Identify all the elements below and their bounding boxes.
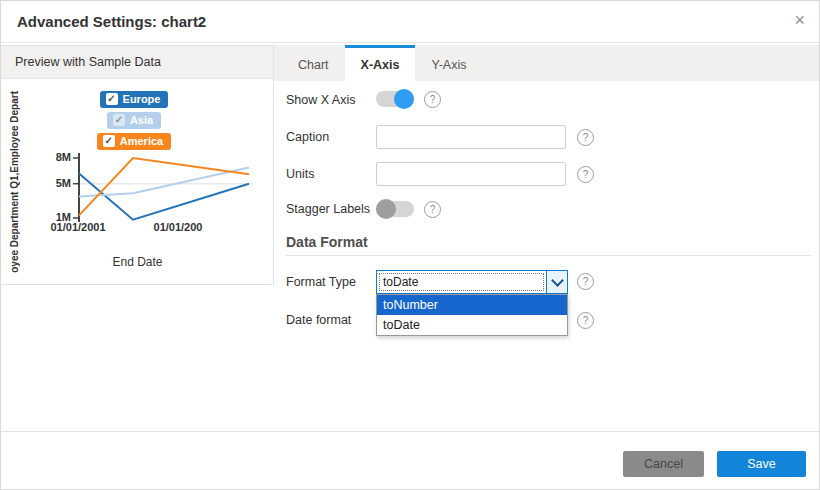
select-arrow-button[interactable] [546, 271, 567, 293]
date-format-label: Date format [286, 313, 351, 327]
preview-panel: Preview with Sample Data oyee Department… [1, 45, 274, 285]
format-type-label: Format Type [286, 275, 356, 289]
advanced-settings-dialog: Advanced Settings: chart2 × Preview with… [0, 0, 820, 490]
format-type-selected-value: toDate [379, 273, 544, 291]
show-x-axis-label: Show X Axis [286, 93, 355, 107]
data-format-section-heading: Data Format [286, 234, 368, 250]
legend-label: Europe [123, 93, 161, 105]
cancel-button[interactable]: Cancel [623, 451, 704, 477]
format-type-select[interactable]: toDate [376, 270, 568, 294]
units-label: Units [286, 167, 314, 181]
checkbox-icon: ✓ [106, 93, 118, 105]
format-type-help-icon[interactable]: ? [577, 273, 594, 290]
stagger-labels-label: Stagger Labels [286, 202, 370, 216]
legend-item-europe[interactable]: ✓Europe [100, 91, 169, 108]
stagger-labels-help-icon[interactable]: ? [424, 201, 441, 218]
section-divider [286, 255, 811, 256]
toggle-knob [394, 89, 414, 109]
dropdown-option-todate[interactable]: toDate [377, 315, 567, 335]
checkbox-icon: ✓ [113, 114, 125, 126]
format-type-dropdown: toNumbertoDate [376, 294, 568, 336]
close-icon[interactable]: × [794, 10, 805, 30]
caption-label: Caption [286, 130, 329, 144]
chevron-down-icon [551, 274, 564, 287]
x-tick-label: 01/01/2001 [23, 221, 133, 233]
y-tick-label: 5M [41, 177, 71, 189]
caption-help-icon[interactable]: ? [577, 129, 594, 146]
units-input[interactable] [376, 162, 566, 186]
x-tick-label: 01/01/200 [123, 221, 233, 233]
y-tick-label: 8M [41, 151, 71, 163]
series-line-europe [79, 173, 249, 219]
legend-label: America [120, 135, 163, 147]
chart-x-axis-title: End Date [1, 255, 274, 269]
dialog-titlebar: Advanced Settings: chart2 × [1, 1, 819, 43]
footer-divider [1, 431, 819, 432]
show-x-axis-toggle[interactable] [376, 89, 414, 109]
save-button[interactable]: Save [717, 451, 806, 477]
show-x-axis-help-icon[interactable]: ? [424, 91, 441, 108]
legend-label: Asia [130, 114, 153, 126]
preview-header: Preview with Sample Data [1, 46, 273, 79]
tab-y-axis[interactable]: Y-Axis [415, 45, 482, 81]
units-help-icon[interactable]: ? [577, 166, 594, 183]
stagger-labels-toggle[interactable] [376, 199, 414, 219]
tab-chart[interactable]: Chart [282, 45, 345, 81]
tab-bar: ChartX-AxisY-Axis [274, 45, 819, 81]
toggle-knob [376, 199, 396, 219]
dialog-title: Advanced Settings: chart2 [17, 13, 206, 30]
checkbox-icon: ✓ [103, 135, 115, 147]
date-format-help-icon[interactable]: ? [577, 312, 594, 329]
chart-legend: ✓Europe✓Asia✓America [64, 91, 204, 150]
chart-area: oyee Department Q1,Employee Depart ✓Euro… [1, 79, 274, 284]
dropdown-option-tonumber[interactable]: toNumber [377, 295, 567, 315]
tab-x-axis[interactable]: X-Axis [345, 45, 416, 81]
legend-item-america[interactable]: ✓America [97, 133, 171, 150]
caption-input[interactable] [376, 125, 566, 149]
legend-item-asia[interactable]: ✓Asia [107, 112, 161, 129]
